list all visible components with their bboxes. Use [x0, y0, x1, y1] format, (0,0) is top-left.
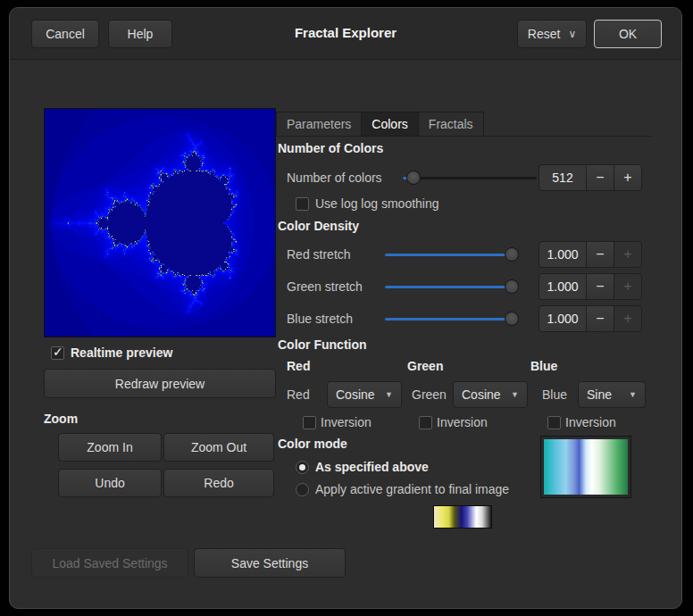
- red-function-value: Cosine: [336, 387, 375, 402]
- blue-function-label: Blue: [542, 381, 567, 408]
- chevron-down-icon: ▼: [629, 390, 637, 399]
- colormap-preview: [540, 436, 631, 498]
- plus-button: +: [614, 241, 642, 268]
- fractal-explorer-dialog: Cancel Help Fractal Explorer Reset ∨ OK …: [9, 7, 682, 609]
- plus-button[interactable]: +: [614, 164, 642, 191]
- log-smoothing-label: Use log log smoothing: [315, 197, 439, 211]
- minus-button[interactable]: −: [586, 164, 614, 191]
- redraw-preview-button[interactable]: Redraw preview: [44, 369, 276, 398]
- ok-button[interactable]: OK: [594, 20, 662, 48]
- apply-gradient-label: Apply active gradient to final image: [315, 483, 509, 496]
- realtime-preview-label: Realtime preview: [71, 345, 172, 360]
- green-inversion-checkbox[interactable]: ✓: [419, 416, 432, 429]
- plus-icon: +: [623, 246, 631, 262]
- red-stretch-value[interactable]: 1.000: [539, 241, 587, 268]
- minus-button[interactable]: −: [586, 241, 614, 268]
- chevron-down-icon: ▼: [385, 390, 393, 399]
- fractal-preview[interactable]: [44, 108, 276, 337]
- green-stretch-value[interactable]: 1.000: [539, 273, 587, 300]
- apply-gradient-radio[interactable]: [296, 483, 309, 496]
- blue-function-select[interactable]: Sine ▼: [578, 381, 646, 408]
- as-specified-label: As specified above: [315, 461, 429, 474]
- blue-stretch-label: Blue stretch: [287, 305, 353, 332]
- blue-column-header: Blue: [530, 359, 557, 373]
- slider-fill: [385, 254, 519, 256]
- zoom-section-label: Zoom: [44, 412, 78, 426]
- blue-stretch-spinner: 1.000 − +: [539, 305, 642, 332]
- number-of-colors-spinner: 512 − +: [539, 164, 642, 191]
- red-inversion-label: Inversion: [321, 416, 372, 429]
- zoom-out-button[interactable]: Zoom Out: [163, 433, 274, 462]
- colormap-gradient: [544, 439, 628, 495]
- green-inversion-label: Inversion: [437, 416, 488, 429]
- log-smoothing-checkbox[interactable]: ✓: [296, 197, 309, 211]
- slider-fill: [385, 318, 519, 320]
- green-stretch-label: Green stretch: [287, 273, 363, 300]
- slider-thumb[interactable]: [505, 312, 519, 326]
- blue-function-value: Sine: [587, 387, 612, 402]
- slider-thumb[interactable]: [505, 247, 519, 262]
- chevron-down-icon: ▼: [511, 390, 519, 399]
- blue-stretch-value[interactable]: 1.000: [539, 305, 587, 332]
- minus-button[interactable]: −: [586, 273, 614, 300]
- titlebar: Cancel Help Fractal Explorer Reset ∨ OK: [10, 8, 681, 60]
- red-inversion-checkbox[interactable]: ✓: [303, 416, 316, 429]
- tab-fractals[interactable]: Fractals: [418, 112, 484, 136]
- reset-label: Reset: [528, 27, 561, 41]
- minus-icon: −: [596, 279, 604, 295]
- green-stretch-spinner: 1.000 − +: [539, 273, 642, 300]
- section-color-density: Color Density: [278, 219, 359, 233]
- section-color-mode: Color mode: [278, 437, 347, 451]
- load-saved-settings-button: Load Saved Settings: [31, 548, 188, 578]
- active-gradient-thumbnail[interactable]: [433, 505, 492, 529]
- red-function-label: Red: [287, 381, 310, 408]
- number-of-colors-slider[interactable]: [403, 171, 537, 185]
- green-function-value: Cosine: [462, 387, 501, 402]
- slider-thumb[interactable]: [406, 171, 421, 185]
- minus-icon: −: [596, 170, 604, 186]
- green-stretch-slider[interactable]: [385, 279, 519, 294]
- minus-button[interactable]: −: [586, 305, 614, 332]
- blue-stretch-slider[interactable]: [385, 312, 519, 326]
- blue-inversion-label: Inversion: [565, 416, 616, 429]
- save-settings-button[interactable]: Save Settings: [194, 548, 346, 578]
- plus-button: +: [614, 305, 642, 332]
- minus-icon: −: [596, 246, 604, 262]
- realtime-preview-checkbox[interactable]: ✓: [51, 346, 64, 360]
- undo-button[interactable]: Undo: [58, 469, 162, 497]
- tab-parameters[interactable]: Parameters: [276, 112, 362, 136]
- minus-icon: −: [596, 311, 604, 327]
- reset-button[interactable]: Reset ∨: [517, 20, 587, 48]
- section-color-function: Color Function: [278, 337, 367, 352]
- slider-track: [403, 177, 537, 179]
- red-stretch-slider[interactable]: [385, 247, 519, 262]
- as-specified-radio[interactable]: [296, 461, 309, 474]
- red-function-select[interactable]: Cosine ▼: [327, 381, 402, 408]
- green-function-label: Green: [412, 381, 447, 408]
- red-stretch-label: Red stretch: [287, 241, 351, 268]
- fractal-preview-canvas: [45, 109, 275, 337]
- red-stretch-spinner: 1.000 − +: [539, 241, 642, 268]
- plus-button: +: [614, 273, 642, 300]
- blue-inversion-checkbox[interactable]: ✓: [547, 416, 561, 429]
- section-number-of-colors: Number of Colors: [278, 141, 383, 155]
- redo-button[interactable]: Redo: [163, 469, 274, 497]
- tab-colors[interactable]: Colors: [361, 112, 418, 136]
- plus-icon: +: [623, 279, 631, 295]
- number-of-colors-value[interactable]: 512: [539, 164, 587, 191]
- tab-bar: Parameters Colors Fractals: [276, 112, 651, 137]
- green-function-select[interactable]: Cosine ▼: [453, 381, 528, 408]
- check-icon: ✓: [53, 345, 63, 359]
- green-column-header: Green: [407, 359, 443, 373]
- zoom-in-button[interactable]: Zoom In: [58, 433, 162, 462]
- number-of-colors-label: Number of colors: [287, 164, 382, 191]
- slider-fill: [385, 286, 519, 288]
- plus-icon: +: [623, 311, 631, 327]
- slider-thumb[interactable]: [505, 279, 519, 294]
- chevron-down-icon: ∨: [568, 28, 576, 40]
- red-column-header: Red: [287, 359, 310, 373]
- plus-icon: +: [623, 170, 631, 186]
